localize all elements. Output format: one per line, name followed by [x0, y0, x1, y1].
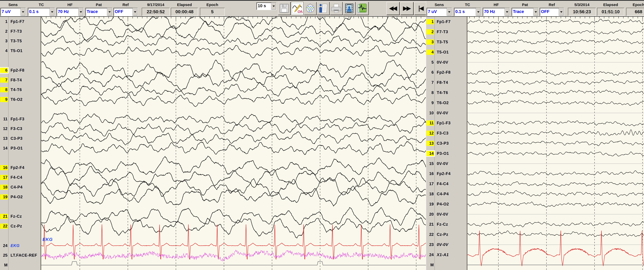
electrode-map-button[interactable] — [304, 2, 316, 15]
chevron-down-icon[interactable] — [78, 8, 83, 16]
channel-label[interactable]: C3-P3 — [10, 136, 22, 141]
patient-info-button[interactable] — [317, 2, 330, 15]
waveform-monitor-button[interactable] — [356, 2, 368, 15]
channel-label[interactable]: Cz-Pz — [437, 232, 448, 237]
channel-label[interactable]: Fz-Cz — [10, 214, 22, 219]
channel-label[interactable]: Fz-Cz — [437, 222, 448, 227]
channel-number[interactable]: 17 — [0, 175, 8, 180]
ref-select[interactable]: OFF — [113, 8, 138, 16]
channel-number[interactable]: 21 — [426, 222, 434, 227]
channel-label[interactable]: T4-T6 — [437, 90, 448, 95]
channel-number[interactable]: 13 — [0, 136, 8, 141]
channel-label[interactable]: Fp1-F3 — [437, 121, 451, 126]
go-start-button[interactable]: |◀ — [414, 2, 426, 15]
channel-number[interactable]: 11 — [426, 121, 434, 126]
channel-label[interactable]: F3-C3 — [437, 131, 448, 136]
channel-number[interactable]: 4 — [0, 48, 8, 53]
channel-number[interactable]: 24 — [0, 243, 8, 248]
channel-label[interactable]: LT.FACE-REF — [10, 253, 37, 258]
channel-number[interactable]: 19 — [426, 202, 434, 207]
video-button[interactable] — [343, 2, 356, 15]
channel-label[interactable]: T3-T5 — [10, 38, 22, 44]
hf-select[interactable]: 70 Hz — [56, 8, 84, 16]
pat-select[interactable]: Trace — [512, 8, 538, 16]
channel-number[interactable]: 6 — [0, 68, 8, 73]
channel-label[interactable]: C4-P4 — [10, 185, 22, 190]
channel-number[interactable]: 2 — [426, 29, 434, 34]
ref-select[interactable]: OFF — [540, 8, 564, 16]
channel-number[interactable]: 24 — [426, 252, 434, 258]
chevron-down-icon[interactable] — [132, 8, 138, 16]
channel-number[interactable]: 14 — [0, 146, 8, 151]
channel-label[interactable]: F7-T3 — [437, 29, 448, 34]
channel-label[interactable]: F8-T4 — [10, 78, 22, 83]
channel-label[interactable]: P4-O2 — [437, 202, 449, 207]
chevron-down-icon[interactable] — [476, 8, 481, 16]
chevron-down-icon[interactable] — [20, 8, 25, 16]
chevron-down-icon[interactable] — [50, 8, 54, 16]
channel-label[interactable]: P4-O2 — [10, 194, 23, 200]
channel-label[interactable]: F4-C4 — [10, 175, 22, 180]
channel-label[interactable]: 0V-0V — [437, 161, 448, 166]
channel-number[interactable]: 3 — [426, 39, 434, 45]
channel-number[interactable]: 11 — [0, 117, 8, 122]
channel-label[interactable]: X1-A1 — [437, 252, 449, 258]
tc-select[interactable]: 0.1 s — [28, 8, 55, 16]
channel-label[interactable]: T6-O2 — [437, 100, 449, 105]
channel-number[interactable]: 25 — [0, 253, 8, 258]
page-scale-select[interactable]: 10 s — [256, 2, 276, 10]
channel-label[interactable]: T6-O2 — [10, 97, 22, 102]
channel-number[interactable]: 23 — [426, 242, 434, 247]
channel-number[interactable]: 16 — [426, 171, 434, 176]
channel-number[interactable]: 17 — [426, 181, 434, 186]
print-button[interactable] — [330, 2, 342, 15]
channel-number[interactable]: 7 — [0, 78, 8, 83]
channel-label[interactable]: P3-O1 — [437, 151, 449, 156]
channel-number[interactable]: 7 — [426, 80, 434, 85]
channel-number[interactable]: 8 — [426, 90, 434, 95]
channel-number[interactable]: 1 — [0, 19, 8, 24]
channel-label[interactable]: P3-O1 — [10, 146, 23, 151]
channel-number[interactable]: 13 — [426, 141, 434, 146]
trace-on-button[interactable] — [291, 2, 304, 15]
channel-number[interactable]: M — [0, 263, 8, 268]
channel-label[interactable]: 0V-0V — [437, 60, 448, 65]
channel-number[interactable]: 22 — [426, 232, 434, 237]
next-page-button[interactable]: ▶▶ — [400, 2, 414, 15]
channel-label[interactable]: T5-O1 — [10, 48, 22, 53]
chevron-down-icon[interactable] — [271, 3, 276, 10]
pat-select[interactable]: Trace — [85, 8, 112, 16]
chevron-down-icon[interactable] — [504, 8, 510, 16]
channel-label[interactable]: Fp2-F4 — [437, 171, 451, 176]
channel-label[interactable]: Fp1-F3 — [10, 117, 24, 122]
channel-label[interactable]: F4-C4 — [437, 181, 448, 186]
channel-label[interactable]: 0V-0V — [437, 242, 448, 247]
channel-number[interactable]: 15 — [426, 161, 434, 166]
channel-number[interactable]: 3 — [0, 38, 8, 44]
hf-select[interactable]: 70 Hz — [482, 8, 510, 16]
chevron-down-icon[interactable] — [559, 8, 564, 16]
channel-number[interactable]: 8 — [0, 87, 8, 92]
channel-number[interactable]: 9 — [0, 97, 8, 102]
channel-number[interactable]: 10 — [426, 111, 434, 116]
channel-number[interactable]: 18 — [426, 191, 434, 197]
channel-number[interactable]: 18 — [0, 185, 8, 190]
channel-label[interactable]: F3-C3 — [10, 126, 22, 131]
channel-label[interactable]: T3-T5 — [437, 39, 448, 45]
channel-number[interactable]: 20 — [426, 212, 434, 217]
channel-number[interactable]: 4 — [426, 50, 434, 55]
channel-number[interactable]: 12 — [0, 126, 8, 131]
channel-number[interactable]: 14 — [426, 151, 434, 156]
channel-number[interactable]: 19 — [0, 194, 8, 200]
channel-number[interactable]: 5 — [426, 60, 434, 65]
channel-number[interactable]: 21 — [0, 214, 8, 219]
channel-label[interactable]: F7-T3 — [10, 29, 22, 34]
channel-label[interactable]: Fp2-F8 — [437, 70, 451, 75]
tc-select[interactable]: 0.1 s — [454, 8, 481, 16]
prev-page-button[interactable]: ◀◀ — [386, 2, 400, 15]
channel-number[interactable]: 1 — [426, 19, 434, 24]
channel-label[interactable]: Fp1-F7 — [437, 19, 451, 24]
chevron-down-icon[interactable] — [107, 8, 112, 16]
channel-label[interactable]: F8-T4 — [437, 80, 448, 85]
channel-number[interactable]: 6 — [426, 70, 434, 75]
